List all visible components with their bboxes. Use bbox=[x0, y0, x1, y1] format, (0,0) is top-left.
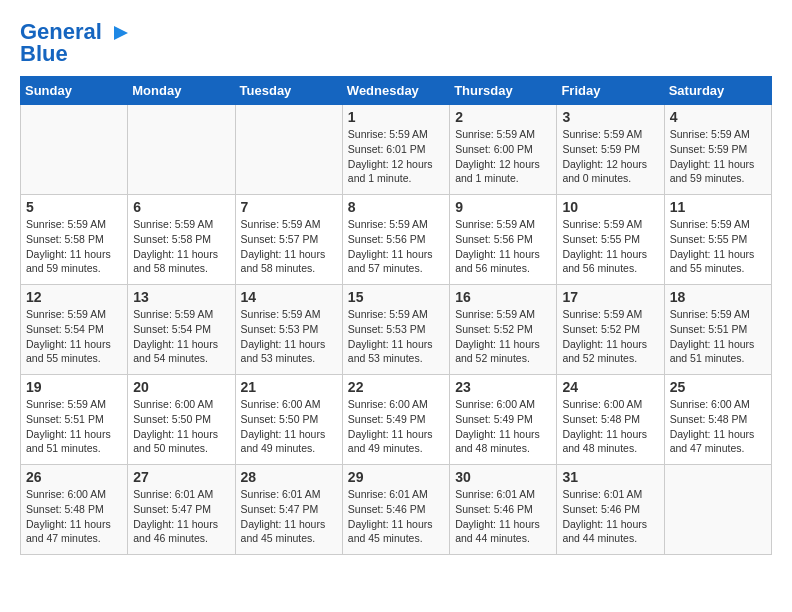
calendar-cell: 8Sunrise: 5:59 AMSunset: 5:56 PMDaylight… bbox=[342, 195, 449, 285]
calendar-cell: 2Sunrise: 5:59 AMSunset: 6:00 PMDaylight… bbox=[450, 105, 557, 195]
calendar-cell: 19Sunrise: 5:59 AMSunset: 5:51 PMDayligh… bbox=[21, 375, 128, 465]
day-number: 18 bbox=[670, 289, 766, 305]
day-info: Sunrise: 5:59 AMSunset: 5:59 PMDaylight:… bbox=[562, 127, 658, 186]
calendar-week-row: 26Sunrise: 6:00 AMSunset: 5:48 PMDayligh… bbox=[21, 465, 772, 555]
calendar-table: SundayMondayTuesdayWednesdayThursdayFrid… bbox=[20, 76, 772, 555]
calendar-cell: 7Sunrise: 5:59 AMSunset: 5:57 PMDaylight… bbox=[235, 195, 342, 285]
calendar-week-row: 1Sunrise: 5:59 AMSunset: 6:01 PMDaylight… bbox=[21, 105, 772, 195]
day-number: 11 bbox=[670, 199, 766, 215]
day-info: Sunrise: 5:59 AMSunset: 5:52 PMDaylight:… bbox=[455, 307, 551, 366]
day-info: Sunrise: 5:59 AMSunset: 5:52 PMDaylight:… bbox=[562, 307, 658, 366]
day-info: Sunrise: 6:00 AMSunset: 5:49 PMDaylight:… bbox=[455, 397, 551, 456]
day-info: Sunrise: 5:59 AMSunset: 5:53 PMDaylight:… bbox=[241, 307, 337, 366]
calendar-cell: 4Sunrise: 5:59 AMSunset: 5:59 PMDaylight… bbox=[664, 105, 771, 195]
day-number: 26 bbox=[26, 469, 122, 485]
page-header: General Blue bbox=[20, 20, 772, 66]
day-info: Sunrise: 6:00 AMSunset: 5:49 PMDaylight:… bbox=[348, 397, 444, 456]
day-info: Sunrise: 5:59 AMSunset: 6:01 PMDaylight:… bbox=[348, 127, 444, 186]
day-number: 23 bbox=[455, 379, 551, 395]
logo-arrow-icon bbox=[110, 22, 132, 44]
day-info: Sunrise: 6:00 AMSunset: 5:50 PMDaylight:… bbox=[241, 397, 337, 456]
day-info: Sunrise: 6:01 AMSunset: 5:46 PMDaylight:… bbox=[455, 487, 551, 546]
day-number: 17 bbox=[562, 289, 658, 305]
logo-blue: Blue bbox=[20, 42, 132, 66]
col-header-wednesday: Wednesday bbox=[342, 77, 449, 105]
calendar-cell: 30Sunrise: 6:01 AMSunset: 5:46 PMDayligh… bbox=[450, 465, 557, 555]
day-number: 12 bbox=[26, 289, 122, 305]
calendar-cell bbox=[21, 105, 128, 195]
day-number: 7 bbox=[241, 199, 337, 215]
page-container: General Blue SundayMondayTuesdayWednesda… bbox=[0, 0, 792, 565]
calendar-cell: 6Sunrise: 5:59 AMSunset: 5:58 PMDaylight… bbox=[128, 195, 235, 285]
day-number: 10 bbox=[562, 199, 658, 215]
day-number: 5 bbox=[26, 199, 122, 215]
calendar-cell: 14Sunrise: 5:59 AMSunset: 5:53 PMDayligh… bbox=[235, 285, 342, 375]
day-info: Sunrise: 6:01 AMSunset: 5:47 PMDaylight:… bbox=[241, 487, 337, 546]
calendar-cell: 29Sunrise: 6:01 AMSunset: 5:46 PMDayligh… bbox=[342, 465, 449, 555]
day-info: Sunrise: 5:59 AMSunset: 5:58 PMDaylight:… bbox=[133, 217, 229, 276]
col-header-tuesday: Tuesday bbox=[235, 77, 342, 105]
calendar-cell: 15Sunrise: 5:59 AMSunset: 5:53 PMDayligh… bbox=[342, 285, 449, 375]
day-info: Sunrise: 5:59 AMSunset: 5:54 PMDaylight:… bbox=[133, 307, 229, 366]
day-number: 13 bbox=[133, 289, 229, 305]
day-number: 14 bbox=[241, 289, 337, 305]
calendar-week-row: 19Sunrise: 5:59 AMSunset: 5:51 PMDayligh… bbox=[21, 375, 772, 465]
day-info: Sunrise: 5:59 AMSunset: 5:55 PMDaylight:… bbox=[670, 217, 766, 276]
logo: General Blue bbox=[20, 20, 132, 66]
day-number: 8 bbox=[348, 199, 444, 215]
calendar-cell: 31Sunrise: 6:01 AMSunset: 5:46 PMDayligh… bbox=[557, 465, 664, 555]
day-info: Sunrise: 5:59 AMSunset: 5:53 PMDaylight:… bbox=[348, 307, 444, 366]
calendar-cell bbox=[235, 105, 342, 195]
day-info: Sunrise: 6:01 AMSunset: 5:46 PMDaylight:… bbox=[348, 487, 444, 546]
calendar-cell: 1Sunrise: 5:59 AMSunset: 6:01 PMDaylight… bbox=[342, 105, 449, 195]
day-info: Sunrise: 6:00 AMSunset: 5:48 PMDaylight:… bbox=[26, 487, 122, 546]
calendar-cell bbox=[664, 465, 771, 555]
day-info: Sunrise: 6:00 AMSunset: 5:50 PMDaylight:… bbox=[133, 397, 229, 456]
day-info: Sunrise: 5:59 AMSunset: 5:51 PMDaylight:… bbox=[670, 307, 766, 366]
calendar-cell: 18Sunrise: 5:59 AMSunset: 5:51 PMDayligh… bbox=[664, 285, 771, 375]
calendar-cell: 27Sunrise: 6:01 AMSunset: 5:47 PMDayligh… bbox=[128, 465, 235, 555]
calendar-week-row: 12Sunrise: 5:59 AMSunset: 5:54 PMDayligh… bbox=[21, 285, 772, 375]
day-number: 9 bbox=[455, 199, 551, 215]
day-info: Sunrise: 5:59 AMSunset: 6:00 PMDaylight:… bbox=[455, 127, 551, 186]
calendar-cell: 28Sunrise: 6:01 AMSunset: 5:47 PMDayligh… bbox=[235, 465, 342, 555]
day-info: Sunrise: 5:59 AMSunset: 5:59 PMDaylight:… bbox=[670, 127, 766, 186]
day-number: 21 bbox=[241, 379, 337, 395]
day-number: 28 bbox=[241, 469, 337, 485]
calendar-cell: 24Sunrise: 6:00 AMSunset: 5:48 PMDayligh… bbox=[557, 375, 664, 465]
day-number: 20 bbox=[133, 379, 229, 395]
calendar-cell: 26Sunrise: 6:00 AMSunset: 5:48 PMDayligh… bbox=[21, 465, 128, 555]
day-info: Sunrise: 5:59 AMSunset: 5:57 PMDaylight:… bbox=[241, 217, 337, 276]
calendar-cell: 21Sunrise: 6:00 AMSunset: 5:50 PMDayligh… bbox=[235, 375, 342, 465]
calendar-cell: 10Sunrise: 5:59 AMSunset: 5:55 PMDayligh… bbox=[557, 195, 664, 285]
calendar-cell: 11Sunrise: 5:59 AMSunset: 5:55 PMDayligh… bbox=[664, 195, 771, 285]
day-number: 19 bbox=[26, 379, 122, 395]
calendar-cell: 5Sunrise: 5:59 AMSunset: 5:58 PMDaylight… bbox=[21, 195, 128, 285]
day-number: 31 bbox=[562, 469, 658, 485]
day-number: 22 bbox=[348, 379, 444, 395]
calendar-cell: 23Sunrise: 6:00 AMSunset: 5:49 PMDayligh… bbox=[450, 375, 557, 465]
svg-marker-0 bbox=[114, 26, 128, 40]
day-number: 2 bbox=[455, 109, 551, 125]
day-number: 3 bbox=[562, 109, 658, 125]
day-number: 1 bbox=[348, 109, 444, 125]
calendar-cell: 13Sunrise: 5:59 AMSunset: 5:54 PMDayligh… bbox=[128, 285, 235, 375]
day-info: Sunrise: 5:59 AMSunset: 5:55 PMDaylight:… bbox=[562, 217, 658, 276]
day-number: 16 bbox=[455, 289, 551, 305]
calendar-header-row: SundayMondayTuesdayWednesdayThursdayFrid… bbox=[21, 77, 772, 105]
day-number: 4 bbox=[670, 109, 766, 125]
day-info: Sunrise: 5:59 AMSunset: 5:56 PMDaylight:… bbox=[348, 217, 444, 276]
col-header-saturday: Saturday bbox=[664, 77, 771, 105]
day-info: Sunrise: 6:01 AMSunset: 5:46 PMDaylight:… bbox=[562, 487, 658, 546]
col-header-thursday: Thursday bbox=[450, 77, 557, 105]
col-header-sunday: Sunday bbox=[21, 77, 128, 105]
calendar-cell: 3Sunrise: 5:59 AMSunset: 5:59 PMDaylight… bbox=[557, 105, 664, 195]
day-number: 25 bbox=[670, 379, 766, 395]
day-info: Sunrise: 5:59 AMSunset: 5:51 PMDaylight:… bbox=[26, 397, 122, 456]
calendar-cell: 16Sunrise: 5:59 AMSunset: 5:52 PMDayligh… bbox=[450, 285, 557, 375]
day-info: Sunrise: 6:01 AMSunset: 5:47 PMDaylight:… bbox=[133, 487, 229, 546]
day-number: 30 bbox=[455, 469, 551, 485]
calendar-cell: 17Sunrise: 5:59 AMSunset: 5:52 PMDayligh… bbox=[557, 285, 664, 375]
calendar-cell: 9Sunrise: 5:59 AMSunset: 5:56 PMDaylight… bbox=[450, 195, 557, 285]
day-info: Sunrise: 5:59 AMSunset: 5:56 PMDaylight:… bbox=[455, 217, 551, 276]
